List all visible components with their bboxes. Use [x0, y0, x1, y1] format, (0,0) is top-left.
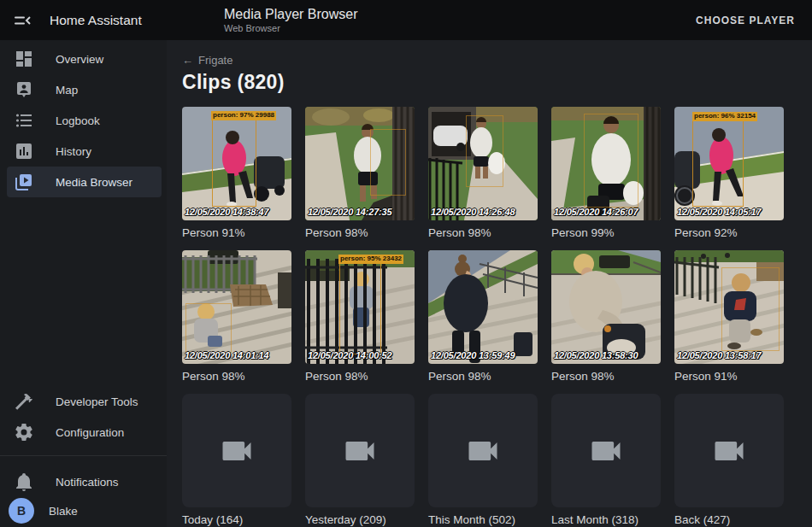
folder-item-back[interactable]: Back (427): [674, 394, 784, 526]
clip-item[interactable]: 12/05/2020 13:58:17 Person 91%: [674, 250, 784, 383]
clip-timestamp: 12/05/2020 13:58:17: [677, 350, 761, 360]
media-browser-panel: ← Frigate Clips (820): [167, 40, 812, 527]
dashboard-icon: [14, 49, 34, 69]
detection-label: person: 95% 23432: [338, 255, 403, 264]
sidebar-toggle-icon[interactable]: [12, 10, 32, 31]
folder-label: Last Month (318): [551, 513, 661, 526]
sidebar-item-media-browser[interactable]: Media Browser: [7, 167, 162, 197]
breadcrumb-label: Frigate: [198, 54, 232, 67]
clip-thumbnail: person: 97% 29988 12/05/2020 14:38:47: [182, 107, 291, 220]
bell-icon: [14, 471, 34, 492]
page-header-subtitle: Web Browser: [224, 23, 358, 34]
clip-thumbnail: 12/05/2020 14:27:35: [305, 107, 415, 220]
sidebar-profile[interactable]: B Blake: [0, 495, 167, 526]
folder-tile: [674, 394, 784, 507]
folder-item-yesterday[interactable]: Yesterday (209): [305, 394, 415, 526]
clip-item[interactable]: person: 95% 23432 12/05/2020 14:00:52 Pe…: [305, 250, 415, 383]
detection-bbox: [185, 303, 232, 353]
list-icon: [14, 110, 34, 131]
clip-timestamp: 12/05/2020 13:58:30: [554, 350, 638, 360]
sidebar: Overview Map Logbook: [0, 40, 167, 527]
video-camera-icon: [341, 432, 379, 470]
sidebar-item-logbook[interactable]: Logbook: [7, 105, 162, 136]
folder-tile: [428, 394, 538, 507]
folder-item-today[interactable]: Today (164): [182, 394, 291, 526]
sidebar-item-notifications[interactable]: Notifications: [7, 466, 162, 497]
clip-item[interactable]: person: 96% 32154 12/05/2020 14:05:17 Pe…: [674, 107, 784, 239]
clip-caption: Person 98%: [182, 370, 291, 383]
avatar: B: [9, 498, 34, 524]
detection-bbox: [466, 115, 503, 187]
play-box-icon: [14, 172, 34, 192]
clip-thumbnail: 12/05/2020 13:58:17: [674, 250, 784, 364]
sidebar-item-developer-tools[interactable]: Developer Tools: [7, 386, 162, 417]
clip-item[interactable]: 12/05/2020 13:59:49 Person 98%: [428, 250, 538, 383]
video-camera-icon: [464, 432, 502, 470]
clip-caption: Person 98%: [551, 370, 661, 383]
folder-tile: [551, 394, 661, 507]
video-camera-icon: [710, 432, 748, 470]
breadcrumb-back-frigate[interactable]: ← Frigate: [182, 54, 232, 67]
choose-player-button[interactable]: CHOOSE PLAYER: [691, 11, 800, 30]
clip-timestamp: 12/05/2020 14:01:14: [185, 350, 268, 360]
folder-item-last-month[interactable]: Last Month (318): [551, 394, 661, 526]
clip-caption: Person 92%: [674, 226, 784, 239]
clip-timestamp: 12/05/2020 14:05:17: [677, 207, 761, 217]
detection-label: person: 97% 29988: [211, 111, 276, 120]
clip-item[interactable]: 12/05/2020 14:26:07 Person 99%: [551, 107, 661, 239]
clip-timestamp: 12/05/2020 14:00:52: [308, 350, 391, 360]
clip-thumbnail: 12/05/2020 14:26:48: [428, 107, 538, 220]
detection-bbox: [721, 267, 780, 351]
clip-thumbnail: 12/05/2020 13:58:30: [551, 250, 661, 364]
folder-tile: [305, 394, 415, 507]
clip-item[interactable]: 12/05/2020 14:01:14 Person 98%: [182, 250, 291, 383]
app-title: Home Assistant: [50, 13, 161, 28]
clip-timestamp: 12/05/2020 14:26:48: [431, 207, 515, 217]
detection-bbox: [212, 119, 256, 207]
gear-icon: [14, 422, 34, 442]
clip-caption: Person 99%: [551, 226, 661, 239]
video-camera-icon: [587, 432, 625, 470]
clip-timestamp: 12/05/2020 14:27:35: [308, 207, 391, 217]
video-camera-icon: [218, 432, 256, 470]
detection-label: person: 96% 32154: [692, 112, 757, 121]
sidebar-item-map[interactable]: Map: [7, 74, 162, 105]
clip-caption: Person 98%: [428, 370, 538, 383]
sidebar-item-configuration[interactable]: Configuration: [7, 417, 162, 448]
clip-thumbnail: person: 95% 23432 12/05/2020 14:00:52: [305, 250, 415, 364]
clip-thumbnail: 12/05/2020 14:01:14: [182, 250, 291, 364]
chart-box-icon: [14, 141, 34, 161]
folder-item-this-month[interactable]: This Month (502): [428, 394, 538, 526]
app-header: Home Assistant Media Player Browser Web …: [0, 0, 812, 40]
clip-thumbnail: 12/05/2020 14:26:07: [551, 107, 661, 220]
clip-item[interactable]: 12/05/2020 14:27:35 Person 98%: [305, 107, 415, 239]
sidebar-item-history[interactable]: History: [7, 136, 162, 167]
folder-label: Today (164): [182, 513, 291, 526]
clips-grid: person: 97% 29988 12/05/2020 14:38:47 Pe…: [182, 107, 784, 526]
folder-label: Yesterday (209): [305, 513, 415, 526]
sidebar-item-overview[interactable]: Overview: [7, 44, 162, 74]
clip-scene: [551, 250, 661, 364]
folder-tile: [182, 394, 291, 507]
clip-caption: Person 98%: [305, 370, 415, 383]
clip-caption: Person 91%: [674, 370, 784, 383]
detection-bbox: [692, 119, 744, 207]
clip-timestamp: 12/05/2020 14:38:47: [185, 207, 268, 217]
profile-name: Blake: [49, 505, 78, 518]
clip-item[interactable]: 12/05/2020 13:58:30 Person 98%: [551, 250, 661, 383]
clip-scene: [428, 250, 538, 364]
sidebar-divider: [0, 455, 167, 456]
clip-thumbnail: person: 96% 32154 12/05/2020 14:05:17: [674, 107, 784, 220]
folder-label: Back (427): [674, 513, 784, 526]
detection-bbox: [339, 262, 381, 354]
clip-item[interactable]: person: 97% 29988 12/05/2020 14:38:47 Pe…: [182, 107, 291, 239]
clip-thumbnail: 12/05/2020 13:59:49: [428, 250, 538, 364]
clip-item[interactable]: 12/05/2020 14:26:48 Person 98%: [428, 107, 538, 239]
map-account-icon: [14, 79, 34, 100]
detection-bbox: [584, 114, 638, 208]
page-header-title: Media Player Browser: [224, 6, 358, 22]
clip-caption: Person 91%: [182, 226, 291, 239]
clip-timestamp: 12/05/2020 14:26:07: [554, 207, 638, 217]
back-arrow-icon: ←: [182, 54, 193, 67]
hammer-icon: [14, 391, 34, 412]
